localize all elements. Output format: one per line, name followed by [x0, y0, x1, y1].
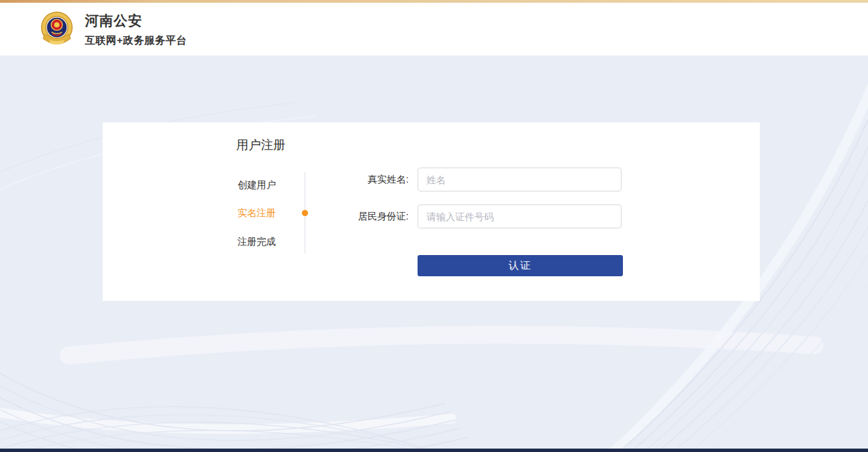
- site-header: 河南公安 互联网+政务服务平台: [0, 3, 868, 55]
- site-title: 河南公安: [85, 12, 187, 30]
- step-item-realname-register: 实名注册: [238, 207, 276, 220]
- id-number-input[interactable]: [418, 204, 622, 228]
- id-number-label: 居民身份证:: [329, 211, 409, 223]
- real-name-label: 真实姓名:: [329, 174, 409, 186]
- page: 河南公安 互联网+政务服务平台: [0, 0, 868, 452]
- police-badge-icon: [39, 11, 75, 48]
- step-item-register-complete: 注册完成: [238, 236, 276, 248]
- site-title-block: 河南公安 互联网+政务服务平台: [85, 12, 187, 47]
- authenticate-button[interactable]: 认证: [418, 255, 623, 276]
- page-title: 用户注册: [236, 137, 285, 153]
- step-item-create-user: 创建用户: [238, 179, 276, 191]
- real-name-input[interactable]: [418, 168, 622, 191]
- footer-bar: [0, 449, 868, 452]
- step-progress-dot: [302, 210, 308, 216]
- registration-card: 用户注册 创建用户 实名注册 注册完成 真实姓名: 居民身份证: 认证: [103, 122, 760, 301]
- site-subtitle: 互联网+政务服务平台: [85, 34, 187, 47]
- top-accent-bar: [0, 0, 868, 3]
